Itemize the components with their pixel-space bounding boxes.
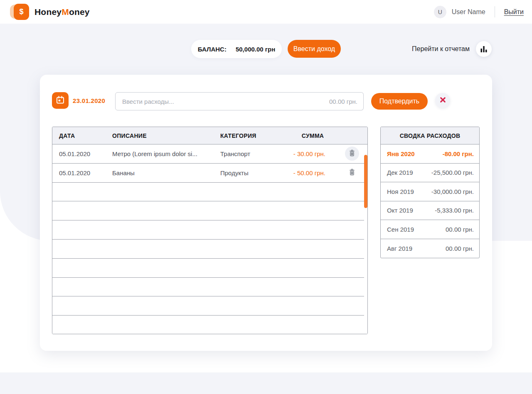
expenses-table: ДАТА ОПИСАНИЕ КАТЕГОРИЯ СУММА 05.01.2020… <box>52 127 368 334</box>
header-category: КАТЕГОРИЯ <box>220 132 289 139</box>
empty-row <box>52 183 367 202</box>
close-icon <box>439 96 446 105</box>
expense-date: 05.01.2020 <box>52 169 112 176</box>
top-bar: $ HoneyMoney U User Name Выйти <box>0 0 532 24</box>
empty-row <box>52 296 367 316</box>
summary-amount: -5,333.00 грн. <box>435 207 474 214</box>
empty-row <box>52 278 367 297</box>
submit-expense-button[interactable]: Подтвердить <box>371 93 428 110</box>
expenses-card: 23.01.2020 Подтвердить ДАТА ОПИСАНИЕ КАТ… <box>40 75 492 351</box>
summary-row: Окт 2019 -5,333.00 грн. <box>381 201 479 220</box>
summary-month: Окт 2019 <box>387 207 413 214</box>
expense-row: 05.01.2020 Бананы Продукты - 50.00 грн. <box>52 164 367 183</box>
empty-row <box>52 259 367 278</box>
go-to-reports[interactable]: Перейти к отчетам <box>412 40 492 58</box>
summary-month: Сен 2019 <box>387 226 414 233</box>
header-description: ОПИСАНИЕ <box>112 132 220 139</box>
header-amount: СУММА <box>289 132 337 139</box>
summary-row: Авг 2019 00.00 грн. <box>381 239 479 258</box>
calendar-button[interactable] <box>52 92 69 109</box>
table-header-row: ДАТА ОПИСАНИЕ КАТЕГОРИЯ СУММА <box>52 127 367 144</box>
empty-row <box>52 240 367 259</box>
app-title: HoneyMoney <box>34 7 90 17</box>
expense-amount-input[interactable] <box>306 92 364 110</box>
table-scrollbar-thumb[interactable] <box>364 155 367 208</box>
dollar-logo-icon: $ <box>10 3 30 21</box>
summary-row: Янв 2020 -80.00 грн. <box>381 144 479 164</box>
delete-expense-button[interactable] <box>345 166 359 180</box>
summary-month: Авг 2019 <box>387 245 412 252</box>
summary-row: Сен 2019 00.00 грн. <box>381 220 479 239</box>
avatar: U <box>434 6 446 18</box>
divider <box>495 6 495 17</box>
empty-row <box>52 201 367 220</box>
summary-amount: -30,000.00 грн. <box>431 188 474 195</box>
expense-amount: - 30.00 грн. <box>293 150 325 157</box>
selected-date: 23.01.2020 <box>73 92 105 109</box>
dollar-symbol: $ <box>14 4 29 20</box>
expense-description: Метро (Lorem ipsum dolor si... <box>112 150 220 157</box>
expense-description-input[interactable] <box>115 92 307 110</box>
expense-date: 05.01.2020 <box>52 150 112 157</box>
expense-amount: - 50.00 грн. <box>293 169 325 176</box>
expense-description: Бананы <box>112 169 220 176</box>
footer-band <box>0 372 532 394</box>
close-form-button[interactable] <box>435 93 450 108</box>
bar-chart-icon[interactable] <box>476 41 492 57</box>
app-logo[interactable]: $ HoneyMoney <box>10 3 90 21</box>
user-name: User Name <box>452 8 485 16</box>
summary-row: Ноя 2019 -30,000.00 грн. <box>381 182 479 201</box>
summary-month: Дек 2019 <box>387 169 413 176</box>
summary-amount: -25,500.00 грн. <box>431 169 474 176</box>
user-area: U User Name Выйти <box>434 6 524 18</box>
reports-label: Перейти к отчетам <box>412 45 470 53</box>
expense-row: 05.01.2020 Метро (Lorem ipsum dolor si..… <box>52 144 367 164</box>
delete-expense-button[interactable] <box>345 147 359 161</box>
trash-icon <box>348 149 356 159</box>
summary-amount: 00.00 грн. <box>446 226 474 233</box>
expense-category: Продукты <box>220 169 289 176</box>
summary-row: Дек 2019 -25,500.00 грн. <box>381 164 479 183</box>
summary-amount: 00.00 грн. <box>446 245 474 252</box>
empty-row <box>52 316 367 334</box>
expenses-summary-panel: СВОДКА РАСХОДОВ Янв 2020 -80.00 грн. Дек… <box>380 127 480 258</box>
balance-display: БАЛАНС: 50,000.00 грн <box>191 40 282 58</box>
summary-month: Ноя 2019 <box>387 188 414 195</box>
table-scrollbar-track[interactable] <box>364 144 367 334</box>
logout-link[interactable]: Выйти <box>504 8 524 16</box>
empty-row <box>52 220 367 240</box>
balance-label: БАЛАНС: <box>198 46 227 53</box>
balance-value: 50,000.00 грн <box>236 46 275 53</box>
add-income-button[interactable]: Ввести доход <box>288 40 341 58</box>
trash-icon <box>348 168 356 178</box>
header-date: ДАТА <box>52 132 112 139</box>
expense-category: Транспорт <box>220 150 289 157</box>
calendar-icon <box>56 95 65 106</box>
summary-title: СВОДКА РАСХОДОВ <box>381 127 479 144</box>
summary-amount: -80.00 грн. <box>443 150 474 157</box>
summary-month: Янв 2020 <box>387 150 415 157</box>
